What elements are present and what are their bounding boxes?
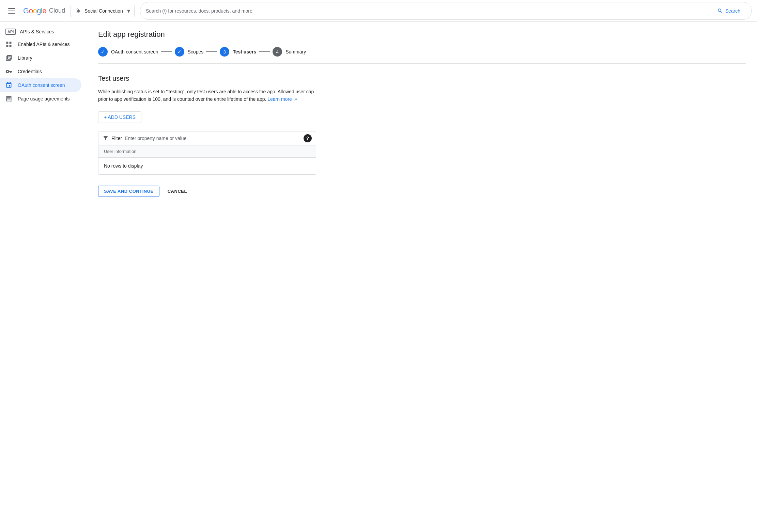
search-button-label: Search	[725, 8, 740, 14]
test-users-section: Test users While publishing status is se…	[98, 75, 746, 197]
step-4-circle: 4	[273, 47, 282, 57]
svg-point-0	[77, 9, 79, 11]
filter-icon	[103, 135, 109, 141]
step-2-label: Scopes	[188, 49, 204, 54]
sidebar-item-library[interactable]: Library	[0, 51, 81, 65]
learn-more-link[interactable]: Learn more ↗	[267, 96, 297, 102]
top-nav: Google Cloud Social Connection ▾ Search	[0, 0, 757, 22]
svg-point-2	[77, 11, 79, 13]
step-1-label: OAuth consent screen	[111, 49, 158, 54]
step-scopes: ✓ Scopes	[175, 47, 204, 57]
external-link-icon: ↗	[294, 97, 297, 101]
check-icon-2: ✓	[177, 49, 182, 54]
search-input[interactable]	[146, 8, 709, 14]
sidebar-header: API APIs & Services	[0, 25, 87, 37]
step-summary: 4 Summary	[273, 47, 306, 57]
search-bar: Search	[140, 2, 752, 20]
key-icon	[5, 68, 12, 75]
save-continue-button[interactable]: SAVE AND CONTINUE	[98, 186, 159, 197]
step-oauth-consent: ✓ OAuth consent screen	[98, 47, 158, 57]
cloud-text: Cloud	[49, 7, 65, 14]
sidebar-item-page-usage[interactable]: Page usage agreements	[0, 92, 81, 106]
help-icon: ?	[306, 136, 309, 141]
data-table: User information No rows to display	[98, 145, 316, 175]
step-4-number: 4	[276, 49, 279, 54]
google-logo: Google	[23, 6, 46, 15]
table-empty-row: No rows to display	[98, 158, 316, 174]
sidebar-title: APIs & Services	[20, 29, 54, 34]
search-icon	[717, 8, 723, 14]
step-connector-2	[206, 51, 217, 52]
grid-icon	[5, 41, 12, 48]
main-content: Edit app registration ✓ OAuth consent sc…	[87, 22, 757, 532]
section-description: While publishing status is set to "Testi…	[98, 88, 316, 103]
step-4-label: Summary	[285, 49, 306, 54]
check-icon: ✓	[101, 49, 105, 54]
library-icon	[5, 54, 12, 61]
oauth-icon	[5, 82, 12, 89]
sidebar-item-credentials[interactable]: Credentials	[0, 65, 81, 78]
step-3-label: Test users	[233, 49, 256, 54]
section-title: Test users	[98, 75, 746, 82]
search-button[interactable]: Search	[712, 5, 746, 17]
filter-bar: Filter ?	[98, 131, 316, 145]
sidebar: API APIs & Services Enabled APIs & servi…	[0, 22, 87, 532]
add-users-label: + ADD USERS	[104, 114, 136, 120]
chevron-down-icon: ▾	[127, 7, 130, 15]
sidebar-item-enabled-apis-label: Enabled APIs & services	[18, 42, 70, 47]
page-icon	[5, 95, 12, 102]
step-test-users: 3 Test users	[220, 47, 256, 57]
help-button[interactable]: ?	[304, 134, 312, 142]
sidebar-item-enabled-apis[interactable]: Enabled APIs & services	[0, 37, 81, 51]
step-3-circle: 3	[220, 47, 229, 57]
step-connector-1	[161, 51, 172, 52]
table-header: User information	[98, 145, 316, 158]
table-empty-message: No rows to display	[104, 163, 143, 169]
cancel-label: CANCEL	[168, 189, 187, 194]
svg-point-1	[78, 10, 80, 12]
stepper: ✓ OAuth consent screen ✓ Scopes 3 Test u…	[98, 47, 746, 64]
sidebar-item-oauth-consent-label: OAuth consent screen	[18, 82, 65, 88]
project-icon	[75, 7, 82, 14]
api-badge: API	[5, 29, 16, 35]
filter-input[interactable]	[125, 136, 301, 141]
save-continue-label: SAVE AND CONTINUE	[104, 189, 154, 194]
table-header-label: User information	[104, 149, 136, 154]
cancel-button[interactable]: CANCEL	[165, 186, 190, 197]
step-3-number: 3	[223, 49, 226, 54]
sidebar-item-page-usage-label: Page usage agreements	[18, 96, 70, 101]
project-name: Social Connection	[84, 8, 123, 14]
sidebar-item-credentials-label: Credentials	[18, 69, 42, 74]
sidebar-item-library-label: Library	[18, 55, 32, 61]
hamburger-menu-button[interactable]	[5, 5, 18, 16]
app-layout: API APIs & Services Enabled APIs & servi…	[0, 22, 757, 532]
google-cloud-logo[interactable]: Google Cloud	[23, 6, 65, 15]
sidebar-item-oauth-consent[interactable]: OAuth consent screen	[0, 78, 81, 92]
add-users-button[interactable]: + ADD USERS	[98, 111, 141, 123]
project-selector[interactable]: Social Connection ▾	[71, 5, 135, 17]
action-buttons: SAVE AND CONTINUE CANCEL	[98, 186, 746, 197]
step-connector-3	[259, 51, 270, 52]
filter-label: Filter	[111, 136, 122, 141]
page-title: Edit app registration	[98, 30, 746, 39]
step-1-circle: ✓	[98, 47, 108, 57]
step-2-circle: ✓	[175, 47, 184, 57]
